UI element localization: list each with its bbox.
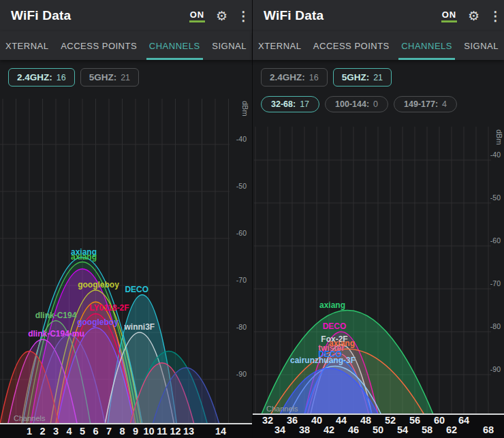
x-axis-tick: 60 bbox=[434, 415, 445, 426]
x-axis-tick: 58 bbox=[422, 424, 432, 435]
tab-signal[interactable]: SIGNAL bbox=[460, 31, 503, 60]
chip-100-144[interactable]: 100-144:0 bbox=[325, 96, 388, 112]
y-axis-unit-label: dBm bbox=[495, 129, 503, 145]
x-axis-tick: 2 bbox=[40, 426, 45, 437]
band-chip-row: 2.4GHZ:165GHZ:21 bbox=[8, 68, 139, 87]
x-axis-tick: 50 bbox=[373, 424, 383, 435]
ssid-label: DECO bbox=[125, 285, 148, 294]
chip-5ghz[interactable]: 5GHZ:21 bbox=[80, 68, 139, 87]
ssid-label: axiang bbox=[319, 300, 345, 310]
chip-count: 17 bbox=[300, 99, 309, 109]
chip-count: 0 bbox=[373, 99, 378, 109]
x-axis-tick: 6 bbox=[93, 426, 98, 437]
y-axis-tick: -60 bbox=[236, 229, 247, 237]
x-axis-tick: 5 bbox=[80, 426, 85, 437]
x-axis-tick: 38 bbox=[299, 424, 310, 435]
chip-count: 16 bbox=[309, 73, 319, 82]
y-axis-tick: -80 bbox=[490, 322, 501, 330]
panel-left-2-4ghz: WiFi Data ON ⚙︎ ⋮ XTERNALACCESS POINTSCH… bbox=[0, 0, 252, 438]
x-axis-tick: 68 bbox=[483, 424, 494, 435]
x-axis-tick: 52 bbox=[385, 415, 396, 426]
band-chip-row: 2.4GHZ:165GHZ:21 bbox=[261, 68, 392, 87]
wifi-analyzer-app: WiFi Data ON ⚙︎ ⋮ XTERNALACCESS POINTSCH… bbox=[0, 0, 504, 438]
ssid-label: googleboy bbox=[78, 280, 119, 290]
x-axis-tick: 40 bbox=[311, 415, 322, 426]
chip-5ghz[interactable]: 5GHZ:21 bbox=[333, 68, 392, 87]
tab-xternal[interactable]: XTERNAL bbox=[1, 31, 52, 60]
ssid-label: googleboy bbox=[77, 317, 119, 327]
tab-signal[interactable]: SIGNAL bbox=[208, 31, 251, 60]
x-axis-tick: 64 bbox=[458, 415, 469, 426]
ssid-label: dlink-C194-mu bbox=[28, 329, 84, 339]
chip-label: 2.4GHZ: bbox=[17, 72, 52, 82]
y-axis-tick: -90 bbox=[236, 370, 247, 378]
x-axis-tick: 32 bbox=[262, 415, 273, 426]
x-axis-strip bbox=[0, 424, 252, 438]
ssid-label: cairunzhuang-3F bbox=[290, 356, 356, 365]
tab-access-points[interactable]: ACCESS POINTS bbox=[57, 31, 141, 60]
y-axis-tick: -90 bbox=[490, 365, 501, 373]
chip-2.4ghz[interactable]: 2.4GHZ:16 bbox=[8, 68, 75, 87]
chip-2.4ghz[interactable]: 2.4GHZ:16 bbox=[261, 68, 328, 87]
chip-label: 2.4GHZ: bbox=[270, 72, 305, 82]
ssid-label: dlink-C194 bbox=[35, 311, 77, 320]
x-axis-tick: 46 bbox=[348, 424, 359, 435]
y-axis-tick: -40 bbox=[490, 151, 501, 159]
chip-32-68[interactable]: 32-68:17 bbox=[261, 96, 319, 112]
chip-label: 5GHZ: bbox=[342, 72, 370, 82]
x-axis-tick: 62 bbox=[446, 424, 457, 435]
chip-label: 100-144: bbox=[335, 99, 369, 109]
x-axis-tick: 9 bbox=[133, 426, 138, 437]
x-axis-tick: 54 bbox=[397, 424, 408, 435]
x-axis-tick: 12 bbox=[170, 426, 180, 437]
chip-label: 32-68: bbox=[271, 99, 296, 109]
tab-xternal[interactable]: XTERNAL bbox=[254, 31, 305, 60]
x-axis-tick: 13 bbox=[183, 426, 194, 437]
ssid-label: axiang bbox=[71, 252, 97, 262]
y-axis-tick: -60 bbox=[490, 236, 501, 245]
ssid-label: DECO bbox=[323, 322, 347, 331]
x-axis-tick: 7 bbox=[106, 426, 112, 437]
y-axis-tick: -40 bbox=[236, 135, 247, 143]
channels-chart-5ghz[interactable]: -40-50-60-70-80-90dBmaxiangDECOFox-2Faxi… bbox=[253, 0, 504, 438]
x-axis-tick: 36 bbox=[287, 415, 298, 426]
channels-chart-2-4ghz[interactable]: -40-50-60-70-80-90dBmaxiangaxianggoogleb… bbox=[0, 0, 252, 438]
ssid-label: winni3F bbox=[124, 322, 155, 332]
x-axis-tick: 4 bbox=[66, 426, 72, 437]
x-axis-tick: 44 bbox=[336, 415, 347, 426]
tab-channels[interactable]: CHANNELS bbox=[145, 31, 204, 60]
x-axis-tick: 10 bbox=[143, 426, 154, 437]
y-axis-tick: -80 bbox=[236, 323, 247, 331]
x-axis-tick: 48 bbox=[360, 415, 371, 426]
ssid-label: LY0118-2F bbox=[89, 303, 129, 313]
x-axis-tick: 34 bbox=[274, 424, 285, 435]
panel-right-5ghz: WiFi Data ON ⚙︎ ⋮ XTERNALACCESS POINTSCH… bbox=[252, 0, 504, 438]
x-axis-tick: 11 bbox=[157, 426, 167, 437]
y-axis-tick: -50 bbox=[490, 193, 501, 202]
x-axis-tick: 8 bbox=[119, 426, 125, 437]
y-axis-tick: -70 bbox=[236, 276, 247, 284]
x-axis-tick: 3 bbox=[53, 426, 59, 437]
range-chip-row: 32-68:17100-144:0149-177:4 bbox=[261, 96, 457, 112]
chip-149-177[interactable]: 149-177:4 bbox=[394, 96, 457, 112]
chip-count: 4 bbox=[442, 99, 447, 109]
chip-count: 21 bbox=[121, 73, 130, 82]
tab-channels[interactable]: CHANNELS bbox=[397, 31, 456, 60]
x-axis-tick: 56 bbox=[409, 415, 420, 426]
y-axis-unit-label: dBm bbox=[241, 101, 249, 116]
x-axis-tick: 42 bbox=[324, 424, 334, 435]
tab-bar: XTERNALACCESS POINTSCHANNELSSIGNAL bbox=[0, 31, 252, 60]
chip-label: 5GHZ: bbox=[89, 72, 117, 82]
tab-bar: XTERNALACCESS POINTSCHANNELSSIGNAL bbox=[253, 31, 504, 60]
x-axis-title: Channels bbox=[14, 414, 46, 422]
chip-count: 21 bbox=[373, 73, 383, 82]
tab-access-points[interactable]: ACCESS POINTS bbox=[309, 31, 394, 60]
x-axis-tick: 1 bbox=[27, 426, 32, 437]
y-axis-tick: -70 bbox=[490, 279, 501, 287]
chip-count: 16 bbox=[57, 73, 66, 82]
y-axis-tick: -50 bbox=[236, 182, 247, 190]
chip-label: 149-177: bbox=[404, 99, 438, 109]
x-axis-title: Channels bbox=[266, 405, 298, 413]
x-axis-tick: 14 bbox=[215, 426, 226, 437]
